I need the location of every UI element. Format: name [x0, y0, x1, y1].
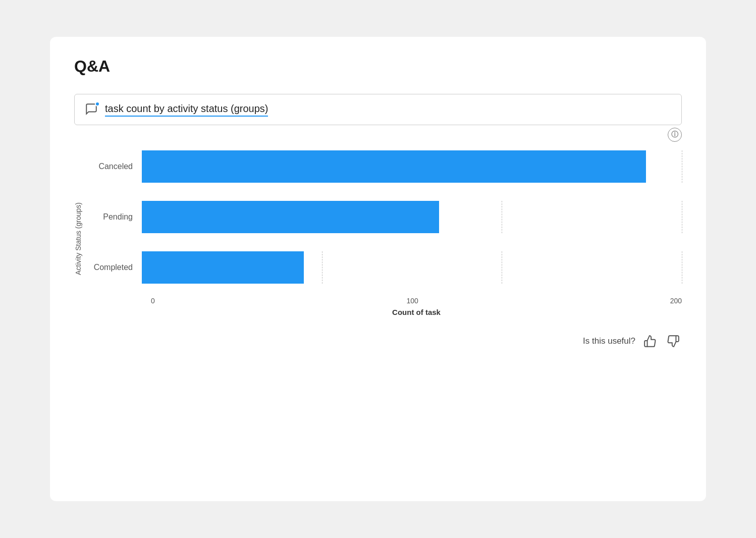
x-tick: 0 [151, 297, 155, 305]
grid-line [322, 251, 322, 284]
bar-row: Pending [86, 192, 682, 242]
bars-container: CanceledPendingCompleted [86, 141, 682, 293]
bar-fill [142, 201, 439, 233]
notification-dot [95, 101, 100, 106]
grid-line [502, 201, 502, 233]
feedback-row: Is this useful? [74, 333, 682, 350]
bar-track [142, 150, 682, 183]
x-tick: 200 [670, 297, 682, 305]
bar-row: Completed [86, 242, 682, 293]
grid-line [502, 251, 502, 284]
query-box[interactable]: task count by activity status (groups) [74, 94, 682, 125]
x-axis-area: 0100200 Count of task [151, 293, 682, 316]
bar-track [142, 251, 682, 284]
bar-label: Pending [86, 212, 142, 222]
bar-label: Canceled [86, 162, 142, 171]
query-text: task count by activity status (groups) [105, 103, 268, 117]
thumbs-up-button[interactable] [641, 333, 659, 350]
chart-inner: CanceledPendingCompleted 0100200 Count o… [86, 141, 682, 316]
x-tick: 100 [407, 297, 418, 305]
x-ticks: 0100200 [151, 293, 682, 305]
bar-fill [142, 150, 646, 183]
feedback-label: Is this useful? [583, 336, 635, 346]
info-button[interactable]: ⓘ [668, 128, 682, 142]
bar-track [142, 201, 682, 233]
grid-line [682, 251, 682, 284]
chart-area: Activity Status (groups) CanceledPending… [74, 141, 682, 316]
y-axis-label: Activity Status (groups) [74, 141, 82, 316]
main-card: Q&A task count by activity status (group… [50, 37, 706, 501]
grid-line [682, 201, 682, 233]
grid-line [682, 150, 682, 183]
chat-icon-wrap [85, 102, 99, 117]
bar-label: Completed [86, 263, 142, 272]
bar-fill [142, 251, 304, 284]
thumbs-down-button[interactable] [665, 333, 682, 350]
thumbs-up-icon [643, 335, 657, 348]
thumbs-down-icon [667, 335, 680, 348]
page-title: Q&A [74, 57, 682, 76]
x-axis-title: Count of task [151, 308, 682, 316]
bar-row: Canceled [86, 141, 682, 192]
